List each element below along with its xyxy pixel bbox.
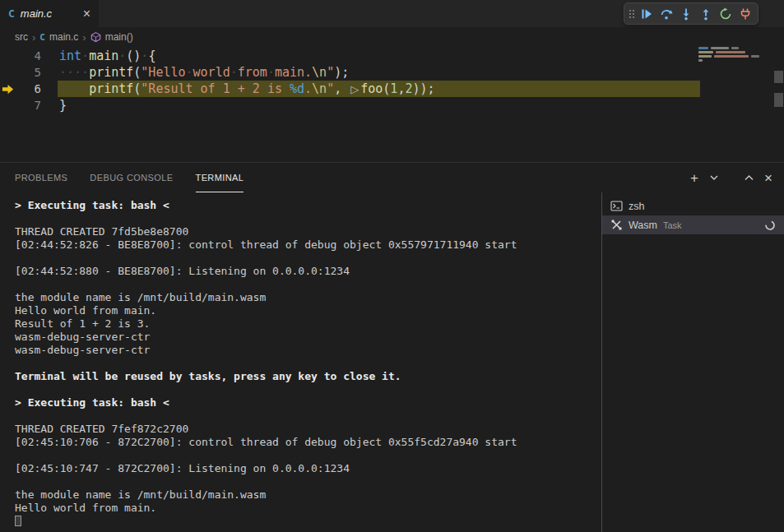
step-out-icon <box>699 7 712 21</box>
panel-actions: + × <box>689 163 774 192</box>
code-token: world <box>193 65 230 80</box>
code-token: () <box>126 49 141 63</box>
code-token: ( <box>133 65 141 80</box>
code-token: main <box>89 49 118 63</box>
code-token: · <box>193 81 201 96</box>
overview-ruler-mark <box>774 93 783 107</box>
terminal-line: > Executing task: bash < <box>15 199 601 212</box>
breadcrumb-src[interactable]: src <box>15 31 28 43</box>
terminal-label: zsh <box>629 201 644 212</box>
code-token: )); <box>412 81 434 96</box>
code-line[interactable]: 4int·main·()·{ <box>0 48 784 64</box>
terminal-line: [02:44:52:880 - BE8E8700]: Listening on … <box>15 265 601 278</box>
code-token: "Result <box>141 81 193 96</box>
terminal-line: wasm-debug-server-ctr <box>15 331 601 344</box>
code-token: ···· <box>59 65 89 80</box>
code-editor[interactable]: 4int·main·()·{5····printf("Hello·world·f… <box>0 48 784 162</box>
terminal-line <box>15 409 601 423</box>
panel-header: PROBLEMS DEBUG CONSOLE TERMINAL + × <box>0 163 784 192</box>
code-token: · <box>282 81 290 96</box>
code-token: %d <box>290 81 304 96</box>
code-line-content: } <box>41 97 67 113</box>
terminal-icon <box>610 200 623 212</box>
tab-problems[interactable]: PROBLEMS <box>15 163 67 192</box>
code-token: { <box>148 49 155 63</box>
maximize-panel-chevron-up-icon[interactable] <box>743 174 754 181</box>
code-token: · <box>341 81 349 96</box>
terminal-list-item-zsh[interactable]: zsh <box>602 197 784 215</box>
code-token: "Hello <box>141 65 185 80</box>
terminal-line: > Executing task: bash < <box>15 396 601 409</box>
code-token: . <box>304 81 312 96</box>
debug-disconnect-button[interactable] <box>735 3 755 24</box>
code-line[interactable]: 6····printf("Result·of·1·+·2·is·%d.\n",·… <box>0 81 784 97</box>
terminal-line <box>15 475 601 488</box>
debug-current-line-arrow-icon <box>0 81 18 97</box>
code-lines: 4int·main·()·{5····printf("Hello·world·f… <box>0 48 784 113</box>
terminal-line: Result of 1 + 2 is 3. <box>15 317 601 331</box>
code-token: printf <box>89 65 133 80</box>
bottom-panel: PROBLEMS DEBUG CONSOLE TERMINAL + × > Ex… <box>0 162 784 532</box>
code-line-content: ····printf("Hello·world·from·main.\n"); <box>41 64 349 81</box>
code-token: int <box>59 49 81 63</box>
c-file-icon: C <box>39 32 45 43</box>
restart-icon <box>719 7 732 21</box>
code-token: main. <box>275 65 312 80</box>
terminal-line: [02:45:10:706 - 872C2700]: control threa… <box>15 436 601 449</box>
tab-title: main.c <box>21 7 52 20</box>
code-token: \n <box>312 81 327 96</box>
breadcrumb-file[interactable]: main.c <box>49 31 78 43</box>
tab-debug-console[interactable]: DEBUG CONSOLE <box>90 163 173 192</box>
code-line-content: int·main·()·{ <box>41 48 155 64</box>
code-token: of <box>201 81 216 96</box>
breadcrumb-separator: › <box>32 31 35 44</box>
breadcrumb-symbol[interactable]: main() <box>105 31 133 43</box>
debug-toolbar <box>624 2 758 25</box>
code-token: " <box>327 81 334 96</box>
close-panel-icon[interactable]: × <box>763 171 774 185</box>
code-line[interactable]: 5····printf("Hello·world·from·main.\n"); <box>0 64 784 81</box>
code-token: · <box>186 65 193 80</box>
line-number: 5 <box>18 64 41 81</box>
step-over-icon <box>660 7 673 21</box>
toolbar-drag-grip-icon[interactable] <box>627 3 637 24</box>
code-token: is <box>267 81 282 96</box>
new-terminal-button[interactable]: + <box>689 171 700 185</box>
tab-main-c[interactable]: C main.c × <box>0 0 99 27</box>
code-token: · <box>118 49 126 63</box>
tab-terminal[interactable]: TERMINAL <box>196 163 244 192</box>
glyph-margin <box>0 48 18 64</box>
debug-restart-button[interactable] <box>716 3 735 24</box>
debug-step-over-button[interactable] <box>656 3 676 24</box>
terminal-list-item-wasm-task[interactable]: Wasm Task <box>602 215 784 234</box>
terminal-profile-chevron-down-icon[interactable] <box>708 175 720 181</box>
code-token: · <box>260 81 267 96</box>
terminal-line <box>15 212 601 225</box>
terminal-output[interactable]: > Executing task: bash < THREAD CREATED … <box>0 192 601 532</box>
code-token: \n <box>312 65 327 80</box>
code-token: 1 <box>223 81 230 96</box>
minimap[interactable] <box>698 47 772 63</box>
terminal-line: THREAD CREATED 7fd5be8e8700 <box>15 225 601 238</box>
code-token: printf <box>89 81 133 96</box>
step-into-icon <box>680 7 693 21</box>
debug-step-into-button[interactable] <box>676 3 696 24</box>
code-token: foo <box>360 81 383 96</box>
terminal-line: the module name is /mnt/build/main.wasm <box>15 291 601 304</box>
terminal-line <box>15 278 601 291</box>
loading-spinner-icon <box>764 220 776 231</box>
debug-step-out-button[interactable] <box>696 3 716 24</box>
step-into-target-icon[interactable]: ▷ <box>349 83 360 95</box>
terminal-line: [02:44:52:826 - BE8E8700]: control threa… <box>15 238 601 252</box>
terminal-line <box>15 449 601 462</box>
line-number: 6 <box>18 81 41 97</box>
code-line[interactable]: 7} <box>0 97 784 113</box>
code-line-content: ····printf("Result·of·1·+·2·is·%d.\n",·▷… <box>41 81 435 98</box>
terminal-line <box>15 357 601 370</box>
code-token: ( <box>383 81 390 96</box>
debug-continue-button[interactable] <box>637 3 656 24</box>
tab-close-icon[interactable]: × <box>83 7 90 21</box>
code-token: · <box>245 81 253 96</box>
code-token: , <box>334 81 341 96</box>
terminal-line: Terminal will be reused by tasks, press … <box>15 370 601 383</box>
